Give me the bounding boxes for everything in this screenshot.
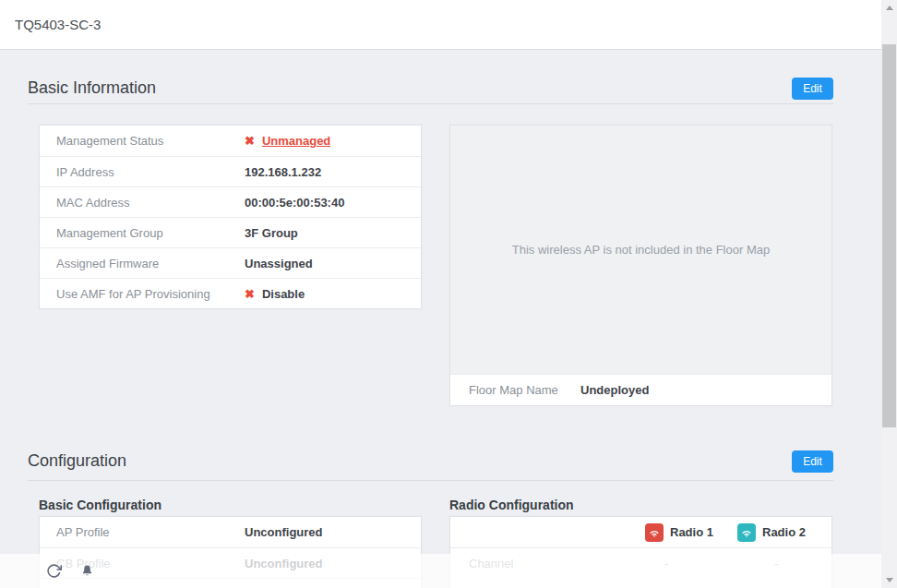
- basic-information-heading: Basic Information: [28, 78, 156, 98]
- row-value: 00:00:5e:00:53:40: [245, 196, 344, 210]
- row-label: Use AMF for AP Provisioning: [56, 287, 210, 301]
- basic-information-edit-button[interactable]: Edit: [792, 78, 833, 100]
- radio1-column-header: Radio 1: [645, 517, 713, 547]
- table-row: Use AMF for AP Provisioning ✖ Disable: [40, 278, 421, 308]
- error-x-icon: ✖: [245, 134, 255, 148]
- floor-map-empty-message: This wireless AP is not included in the …: [512, 243, 770, 257]
- column-label: Radio 2: [762, 525, 806, 539]
- radio2-column-header: Radio 2: [737, 517, 806, 547]
- row-label: Management Status: [56, 134, 163, 148]
- page-title: TQ5403-SC-3: [15, 0, 101, 50]
- row-label: Management Group: [56, 226, 163, 240]
- row-label: MAC Address: [56, 196, 129, 210]
- row-value: Unassigned: [245, 257, 313, 270]
- row-value: 192.168.1.232: [245, 165, 321, 179]
- row-label: Floor Map Name: [469, 383, 558, 397]
- row-value: Unconfigured: [245, 525, 323, 539]
- refresh-icon[interactable]: [46, 563, 62, 579]
- table-row: MAC Address 00:00:5e:00:53:40: [40, 186, 421, 217]
- row-value: Undeployed: [580, 383, 649, 397]
- table-row: IP Address 192.168.1.232: [40, 156, 421, 186]
- management-status-link[interactable]: Unmanaged: [262, 134, 330, 148]
- basic-configuration-heading: Basic Configuration: [39, 498, 161, 512]
- floor-map-placeholder: This wireless AP is not included in the …: [450, 126, 831, 375]
- row-value: Disable: [262, 287, 305, 301]
- table-row: AP Profile Unconfigured: [40, 517, 421, 547]
- error-x-icon: ✖: [245, 287, 255, 301]
- table-row: Assigned Firmware Unassigned: [40, 247, 421, 278]
- vertical-scrollbar[interactable]: [881, 0, 897, 588]
- bell-icon[interactable]: [80, 563, 94, 579]
- scroll-down-icon[interactable]: [881, 572, 897, 588]
- scrollbar-thumb[interactable]: [882, 44, 896, 427]
- section-divider: [28, 480, 833, 481]
- column-label: Radio 1: [670, 525, 713, 539]
- row-value: 3F Group: [245, 226, 298, 240]
- row-label: Assigned Firmware: [56, 257, 159, 270]
- row-label: AP Profile: [56, 525, 110, 539]
- table-row: Management Status ✖ Unmanaged: [40, 126, 421, 156]
- section-divider: [28, 103, 833, 104]
- row-label: IP Address: [56, 165, 114, 179]
- wifi-icon: [737, 523, 756, 542]
- floor-map-card: This wireless AP is not included in the …: [449, 125, 832, 406]
- table-row: Management Group 3F Group: [40, 217, 421, 247]
- radio-configuration-heading: Radio Configuration: [449, 498, 574, 512]
- floor-map-name-row: Floor Map Name Undeployed: [450, 375, 831, 405]
- wifi-icon: [645, 523, 664, 542]
- configuration-heading: Configuration: [28, 451, 126, 471]
- basic-information-table: Management Status ✖ Unmanaged IP Address…: [39, 125, 422, 309]
- scroll-up-icon[interactable]: [881, 0, 897, 16]
- footer-bar: [0, 554, 881, 588]
- top-bar: TQ5403-SC-3: [0, 0, 897, 50]
- configuration-edit-button[interactable]: Edit: [792, 450, 833, 473]
- radio-table-header: Radio 1 Radio 2: [450, 517, 831, 547]
